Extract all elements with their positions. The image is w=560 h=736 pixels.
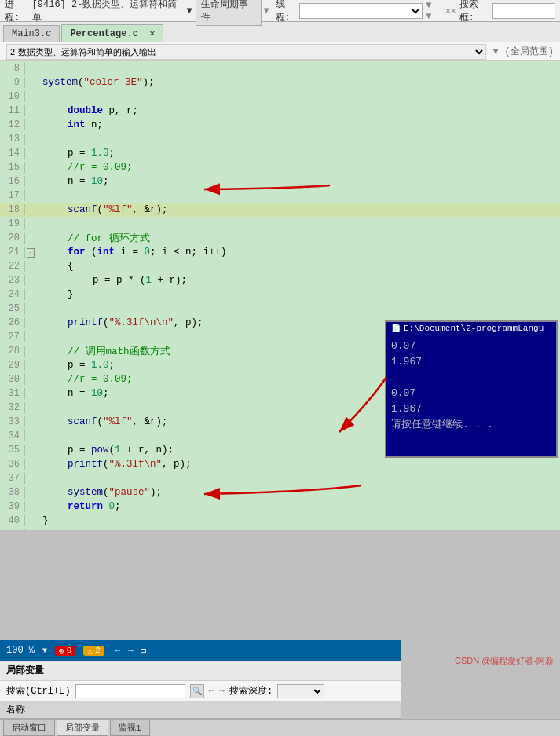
error-icon: ⊗ [59,646,64,656]
error-count: 0 [67,646,72,655]
code-line-12: 12 int n; [0,118,560,132]
code-line-22: 22 { [0,259,560,273]
code-line-39: 39 return 0; [0,500,560,514]
name-column-header: 名称 [6,703,25,716]
code-line-40: 40 } [0,514,560,528]
search-input[interactable] [75,684,185,698]
terminal-line-4: 0.07 [391,386,551,401]
bottom-tab-launch[interactable]: 启动窗口 [3,720,55,736]
table-header: 名称 [0,701,401,719]
terminal-body: 0.07 1.967 0.07 1.967 请按任意键继续. . . [386,335,556,436]
tab-percentagec[interactable]: Percentage.c ✕ [61,24,163,42]
local-vars-header: 局部变量 [0,661,401,681]
depth-select[interactable] [277,684,324,698]
zoom-dropdown-btn[interactable]: ▼ [42,646,47,655]
watermark: CSDN @编程爱好者-阿新 [455,655,554,667]
zoom-display: 100 % [6,645,35,656]
code-line-13: 13 [0,132,560,146]
tab-main3c[interactable]: Main3.c [3,25,60,42]
search-magnifier-icon[interactable]: 🔍 [190,684,204,698]
terminal-line-3 [391,370,551,386]
warning-count: 2 [95,646,101,655]
code-line-15: 15 //r = 0.09; [0,160,560,174]
search-label: 搜索(Ctrl+E) [6,684,71,698]
breadcrumb-bar: 2-数据类型、运算符和简单的输入输出 ▼ (全局范围) [0,42,560,61]
scope-label: (全局范围) [505,45,554,58]
code-line-20: 20 // for 循环方式 [0,231,560,245]
terminal-title-text: E:\Document\2-programmLangu [404,324,544,333]
code-line-16: 16 n = 10; [0,174,560,189]
local-vars-label: 局部变量 [6,664,44,677]
error-badge[interactable]: ⊗ 0 [55,646,75,656]
terminal-line-2: 1.967 [391,354,551,370]
status-top-bar: 100 % ▼ ⊗ 0 ⚠ 2 ← → ⊐ [0,640,401,661]
code-line-41: 41 [0,528,560,530]
tabs: Main3.c Percentage.c ✕ [0,22,560,42]
code-line-24: 24 } [0,287,560,302]
warning-badge[interactable]: ⚠ 2 [83,646,104,656]
search-bar: 搜索(Ctrl+E) 🔍 ← → 搜索深度: [0,681,401,701]
code-line-8: 8 [0,61,560,75]
code-line-23: 23 p = p * (1 + r); [0,273,560,287]
depth-label: 搜索深度: [229,684,273,698]
breadcrumb-select[interactable]: 2-数据类型、运算符和简单的输入输出 [6,44,486,60]
bottom-tab-localvars[interactable]: 局部变量 [57,720,108,736]
code-line-9: 9 system("color 3E"); [0,75,560,90]
code-line-11: 11 double p, r; [0,104,560,118]
warning-icon: ⚠ [87,646,93,656]
lifecycle-label: 生命周期事件 [196,0,262,26]
thread-label: 线程: [276,0,300,24]
terminal-window: 📄 E:\Document\2-programmLangu 0.07 1.967… [385,320,558,458]
terminal-title-bar: 📄 E:\Document\2-programmLangu [386,322,556,335]
toolbar: 进程: [9416] 2-数据类型、运算符和简单 ▼ 生命周期事件 ▼ 线程: … [0,0,560,22]
terminal-line-1: 0.07 [391,339,551,354]
code-line-19: 19 [0,217,560,231]
code-line-18: 18 scanf("%lf", &r); [0,203,560,217]
code-line-25: 25 [0,302,560,316]
process-info: [9416] 2-数据类型、运算符和简单 [32,0,184,24]
toolbar-search-input[interactable] [492,3,555,19]
terminal-line-6: 请按任意键继续. . . [391,417,551,433]
code-line-10: 10 [0,90,560,104]
progress-label: 进程: [5,0,29,24]
code-line-21: 21 - for (int i = 0; i < n; i++) [0,245,560,259]
thread-select[interactable] [299,3,423,19]
code-editor[interactable]: 8 9 system("color 3E"); 10 11 double p, … [0,61,560,530]
status-area: 100 % ▼ ⊗ 0 ⚠ 2 ← → ⊐ 局部变量 搜索(Ctrl+E) 🔍 … [0,640,401,719]
code-line-14: 14 p = 1.0; [0,146,560,160]
bottom-tab-watch1[interactable]: 监视1 [110,720,150,736]
code-line-38: 38 system("pause"); [0,485,560,500]
terminal-line-5: 1.967 [391,401,551,417]
code-line-37: 37 [0,471,560,485]
bottom-tabs: 启动窗口 局部变量 监视1 [0,719,560,736]
code-line-17: 17 [0,189,560,203]
code-line-36: 36 printf("%.3lf\n", p); [0,457,560,471]
search-label: 搜索框: [459,0,492,24]
